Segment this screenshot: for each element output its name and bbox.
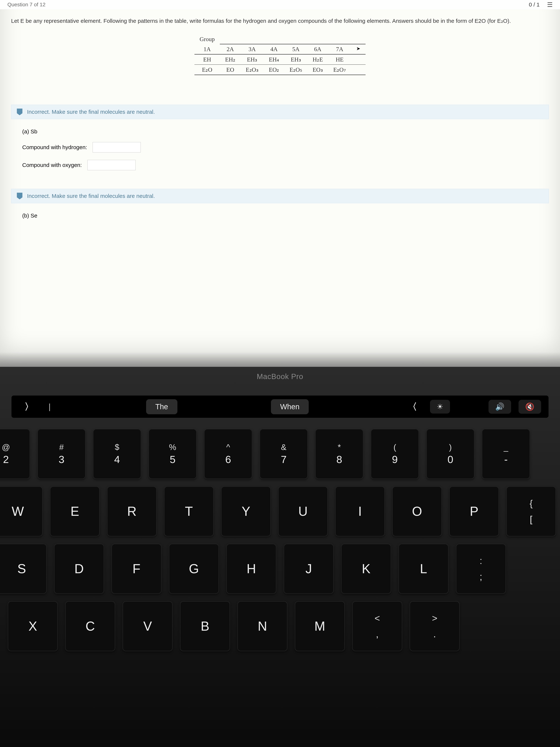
keyboard: @2 #3 $4 %5 ^6 &7 *8 (9 )0 _- W E R T Y …	[4, 429, 556, 651]
question-list-icon[interactable]: ☰	[547, 1, 553, 8]
col-1a: 1A	[194, 44, 220, 54]
tb-volume-icon[interactable]: 🔊	[488, 400, 511, 414]
key-3[interactable]: #3	[37, 429, 85, 479]
question-prompt: Let E be any representative element. Fol…	[11, 17, 549, 25]
qwerty-row-1: W E R T Y U I O P {[	[0, 486, 556, 536]
key-j[interactable]: J	[284, 544, 334, 594]
group-label: Group	[194, 34, 220, 44]
key-w[interactable]: W	[0, 486, 43, 536]
tb-divider-icon: |	[47, 402, 52, 411]
score-display: 0 / 1	[529, 1, 540, 8]
key-b[interactable]: B	[180, 601, 230, 651]
key-9[interactable]: (9	[371, 429, 419, 479]
key-6[interactable]: ^6	[204, 429, 252, 479]
key-7[interactable]: &7	[260, 429, 308, 479]
key-n[interactable]: N	[237, 601, 287, 651]
key-i[interactable]: I	[335, 486, 385, 536]
feedback-text-b: Incorrect. Make sure the final molecules…	[27, 193, 155, 199]
breadcrumb: Question 7 of 12	[7, 2, 45, 7]
key-5[interactable]: %5	[149, 429, 197, 479]
tb-mute-icon[interactable]: 🔇	[518, 400, 541, 414]
key-p[interactable]: P	[449, 486, 499, 536]
feedback-text-a: Incorrect. Make sure the final molecules…	[27, 109, 155, 115]
laptop-body: MacBook Pro 〉 | The When 〈 ☀ 🔊 🔇 @2 #3 $…	[0, 367, 560, 747]
oxygen-input-a[interactable]	[87, 160, 136, 170]
key-t[interactable]: T	[164, 486, 214, 536]
group-table-wrap: Group 1A 2A 3A 4A 5A 6A 7A ➤	[11, 34, 549, 75]
col-5a: 5A	[284, 44, 308, 54]
col-3a: 3A	[241, 44, 264, 54]
col-4a: 4A	[264, 44, 285, 54]
key-comma[interactable]: <,	[352, 601, 402, 651]
feedback-banner-a: Incorrect. Make sure the final molecules…	[11, 105, 549, 119]
tb-suggestion-when[interactable]: When	[271, 399, 309, 414]
laptop-screen: Question 7 of 12 0 / 1 ☰ Let E be any re…	[0, 0, 560, 367]
tb-brightness-icon[interactable]: ☀	[430, 400, 450, 413]
key-2[interactable]: @2	[0, 429, 30, 479]
feedback-banner-b: Incorrect. Make sure the final molecules…	[11, 189, 549, 203]
part-b-label: (b) Se	[22, 212, 538, 219]
col-6a: 6A	[308, 44, 328, 54]
table-row-hydrogen: EH EH₂ EH₃ EH₄ EH₃ H₂E HE	[194, 54, 366, 65]
key-bracket-left[interactable]: {[	[506, 486, 556, 536]
key-g[interactable]: G	[169, 544, 219, 594]
key-u[interactable]: U	[278, 486, 328, 536]
flag-icon	[17, 193, 22, 199]
key-semicolon[interactable]: :;	[456, 544, 506, 594]
key-o[interactable]: O	[392, 486, 442, 536]
part-a: (a) Sb Compound with hydrogen: Compound …	[0, 125, 560, 189]
question-header: Question 7 of 12 0 / 1 ☰	[0, 0, 560, 9]
qwerty-row-3: X C V B N M <, >.	[8, 601, 556, 651]
oxygen-label: Compound with oxygen:	[22, 162, 82, 168]
key-period[interactable]: >.	[410, 601, 460, 651]
key-e[interactable]: E	[50, 486, 100, 536]
key-m[interactable]: M	[295, 601, 345, 651]
hydrogen-input-a[interactable]	[92, 142, 141, 153]
key-x[interactable]: X	[8, 601, 58, 651]
key-v[interactable]: V	[123, 601, 172, 651]
key-minus[interactable]: _-	[482, 429, 530, 479]
key-s[interactable]: S	[0, 544, 47, 594]
group-table: Group 1A 2A 3A 4A 5A 6A 7A ➤	[194, 34, 366, 75]
key-r[interactable]: R	[107, 486, 157, 536]
hydrogen-label: Compound with hydrogen:	[22, 144, 87, 150]
table-row-oxygen: E₂O EO E₂O₃ EO₂ E₂O₅ EO₃ E₂O₇	[194, 65, 366, 75]
key-y[interactable]: Y	[221, 486, 271, 536]
tb-forward-icon[interactable]: 〉	[19, 401, 39, 413]
part-b: (b) Se	[0, 209, 560, 237]
col-7a: 7A	[328, 44, 351, 54]
number-row: @2 #3 $4 %5 ^6 &7 *8 (9 )0 _-	[0, 429, 556, 479]
key-4[interactable]: $4	[93, 429, 141, 479]
mouse-cursor-icon: ➤	[351, 44, 366, 54]
key-k[interactable]: K	[341, 544, 391, 594]
key-h[interactable]: H	[226, 544, 276, 594]
laptop-model-label: MacBook Pro	[257, 372, 303, 381]
key-c[interactable]: C	[65, 601, 115, 651]
part-a-label: (a) Sb	[22, 128, 538, 135]
key-f[interactable]: F	[111, 544, 161, 594]
key-l[interactable]: L	[399, 544, 449, 594]
col-2a: 2A	[220, 44, 241, 54]
question-content: Let E be any representative element. Fol…	[0, 9, 560, 105]
key-d[interactable]: D	[54, 544, 104, 594]
qwerty-row-2: S D F G H J K L :;	[0, 544, 556, 594]
touch-bar[interactable]: 〉 | The When 〈 ☀ 🔊 🔇	[11, 395, 549, 418]
key-0[interactable]: )0	[426, 429, 475, 479]
tb-suggestion-the[interactable]: The	[146, 399, 178, 414]
tb-collapse-icon[interactable]: 〈	[402, 401, 423, 413]
flag-icon	[17, 108, 22, 115]
key-8[interactable]: *8	[315, 429, 363, 479]
